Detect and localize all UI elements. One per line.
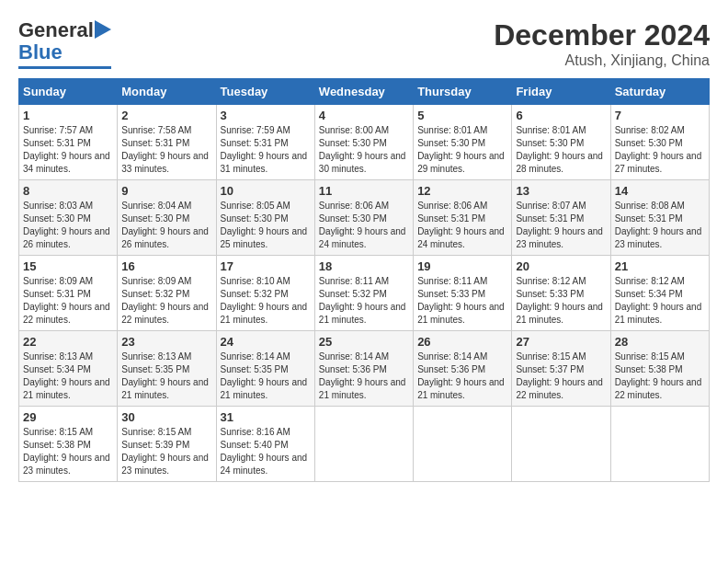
day-number: 12	[417, 184, 507, 198]
day-info: Sunrise: 8:06 AMSunset: 5:30 PMDaylight:…	[319, 200, 409, 251]
day-number: 31	[221, 410, 311, 424]
day-info: Sunrise: 8:13 AMSunset: 5:34 PMDaylight:…	[23, 350, 113, 402]
title-block: December 2024 Atush, Xinjiang, China	[494, 18, 710, 69]
day-number: 22	[23, 335, 113, 349]
day-info: Sunrise: 7:57 AMSunset: 5:31 PMDaylight:…	[23, 124, 113, 176]
day-number: 20	[516, 259, 606, 273]
calendar-cell	[512, 407, 610, 482]
day-info: Sunrise: 8:15 AMSunset: 5:38 PMDaylight:…	[615, 350, 705, 402]
day-info: Sunrise: 8:14 AMSunset: 5:36 PMDaylight:…	[417, 350, 507, 402]
day-number: 1	[23, 109, 113, 122]
day-info: Sunrise: 8:07 AMSunset: 5:31 PMDaylight:…	[516, 200, 606, 251]
calendar-cell: 23Sunrise: 8:13 AMSunset: 5:35 PMDayligh…	[118, 331, 216, 407]
day-number: 28	[615, 335, 705, 349]
day-info: Sunrise: 8:10 AMSunset: 5:32 PMDaylight:…	[221, 275, 311, 327]
calendar-table: SundayMondayTuesdayWednesdayThursdayFrid…	[18, 78, 710, 482]
calendar-cell: 11Sunrise: 8:06 AMSunset: 5:30 PMDayligh…	[314, 180, 413, 256]
calendar-cell: 26Sunrise: 8:14 AMSunset: 5:36 PMDayligh…	[414, 331, 512, 407]
calendar-cell: 2Sunrise: 7:58 AMSunset: 5:31 PMDaylight…	[118, 105, 216, 180]
day-of-week-header: Wednesday	[314, 79, 413, 105]
calendar-cell: 7Sunrise: 8:02 AMSunset: 5:30 PMDaylight…	[610, 105, 709, 180]
day-number: 16	[121, 259, 211, 273]
calendar-cell: 24Sunrise: 8:14 AMSunset: 5:35 PMDayligh…	[216, 331, 314, 407]
day-info: Sunrise: 8:08 AMSunset: 5:31 PMDaylight:…	[615, 200, 705, 251]
day-info: Sunrise: 7:58 AMSunset: 5:31 PMDaylight:…	[121, 124, 211, 176]
calendar-cell: 18Sunrise: 8:11 AMSunset: 5:32 PMDayligh…	[314, 256, 413, 331]
day-info: Sunrise: 8:12 AMSunset: 5:33 PMDaylight:…	[516, 275, 606, 327]
day-number: 3	[221, 109, 311, 122]
calendar-row: 29Sunrise: 8:15 AMSunset: 5:38 PMDayligh…	[19, 407, 710, 482]
calendar-cell: 14Sunrise: 8:08 AMSunset: 5:31 PMDayligh…	[610, 180, 709, 256]
svg-marker-0	[95, 20, 111, 39]
day-info: Sunrise: 8:13 AMSunset: 5:35 PMDaylight:…	[121, 350, 211, 402]
calendar-cell: 10Sunrise: 8:05 AMSunset: 5:30 PMDayligh…	[216, 180, 314, 256]
calendar-cell: 22Sunrise: 8:13 AMSunset: 5:34 PMDayligh…	[19, 331, 118, 407]
calendar-row: 22Sunrise: 8:13 AMSunset: 5:34 PMDayligh…	[19, 331, 710, 407]
calendar-cell: 6Sunrise: 8:01 AMSunset: 5:30 PMDaylight…	[512, 105, 610, 180]
logo-arrow-icon	[95, 20, 111, 39]
calendar-cell: 8Sunrise: 8:03 AMSunset: 5:30 PMDaylight…	[19, 180, 118, 256]
day-info: Sunrise: 8:11 AMSunset: 5:32 PMDaylight:…	[319, 275, 409, 327]
calendar-row: 1Sunrise: 7:57 AMSunset: 5:31 PMDaylight…	[19, 105, 710, 180]
day-info: Sunrise: 8:01 AMSunset: 5:30 PMDaylight:…	[417, 124, 507, 176]
day-info: Sunrise: 8:01 AMSunset: 5:30 PMDaylight:…	[516, 124, 606, 176]
day-info: Sunrise: 8:15 AMSunset: 5:37 PMDaylight:…	[516, 350, 606, 402]
calendar-cell: 12Sunrise: 8:06 AMSunset: 5:31 PMDayligh…	[414, 180, 512, 256]
calendar-cell: 20Sunrise: 8:12 AMSunset: 5:33 PMDayligh…	[512, 256, 610, 331]
day-of-week-header: Monday	[118, 79, 216, 105]
calendar-header-row: SundayMondayTuesdayWednesdayThursdayFrid…	[19, 79, 710, 105]
day-number: 24	[221, 335, 311, 349]
calendar-cell: 29Sunrise: 8:15 AMSunset: 5:38 PMDayligh…	[19, 407, 118, 482]
day-number: 26	[417, 335, 507, 349]
day-of-week-header: Friday	[512, 79, 610, 105]
calendar-cell: 13Sunrise: 8:07 AMSunset: 5:31 PMDayligh…	[512, 180, 610, 256]
day-info: Sunrise: 8:14 AMSunset: 5:35 PMDaylight:…	[221, 350, 311, 402]
day-info: Sunrise: 8:03 AMSunset: 5:30 PMDaylight:…	[23, 200, 113, 251]
day-number: 5	[417, 109, 507, 122]
calendar-subtitle: Atush, Xinjiang, China	[494, 52, 710, 69]
day-info: Sunrise: 8:15 AMSunset: 5:38 PMDaylight:…	[23, 426, 113, 477]
day-number: 21	[615, 259, 705, 273]
calendar-cell: 21Sunrise: 8:12 AMSunset: 5:34 PMDayligh…	[610, 256, 709, 331]
day-info: Sunrise: 8:12 AMSunset: 5:34 PMDaylight:…	[615, 275, 705, 327]
day-of-week-header: Sunday	[19, 79, 118, 105]
calendar-cell: 27Sunrise: 8:15 AMSunset: 5:37 PMDayligh…	[512, 331, 610, 407]
calendar-cell: 31Sunrise: 8:16 AMSunset: 5:40 PMDayligh…	[216, 407, 314, 482]
day-info: Sunrise: 8:04 AMSunset: 5:30 PMDaylight:…	[121, 200, 211, 251]
calendar-cell: 30Sunrise: 8:15 AMSunset: 5:39 PMDayligh…	[118, 407, 216, 482]
calendar-cell: 15Sunrise: 8:09 AMSunset: 5:31 PMDayligh…	[19, 256, 118, 331]
day-number: 10	[221, 184, 311, 198]
day-of-week-header: Thursday	[414, 79, 512, 105]
day-info: Sunrise: 7:59 AMSunset: 5:31 PMDaylight:…	[221, 124, 311, 176]
calendar-cell: 19Sunrise: 8:11 AMSunset: 5:33 PMDayligh…	[414, 256, 512, 331]
day-number: 2	[121, 109, 211, 122]
logo-general: General	[18, 18, 94, 42]
day-info: Sunrise: 8:09 AMSunset: 5:32 PMDaylight:…	[121, 275, 211, 327]
calendar-row: 8Sunrise: 8:03 AMSunset: 5:30 PMDaylight…	[19, 180, 710, 256]
calendar-title: December 2024	[494, 18, 710, 52]
day-info: Sunrise: 8:15 AMSunset: 5:39 PMDaylight:…	[121, 426, 211, 477]
day-info: Sunrise: 8:09 AMSunset: 5:31 PMDaylight:…	[23, 275, 113, 327]
day-number: 18	[319, 259, 409, 273]
day-number: 29	[23, 410, 113, 424]
logo-underline	[18, 66, 111, 69]
calendar-cell: 1Sunrise: 7:57 AMSunset: 5:31 PMDaylight…	[19, 105, 118, 180]
calendar-cell: 28Sunrise: 8:15 AMSunset: 5:38 PMDayligh…	[610, 331, 709, 407]
calendar-cell	[414, 407, 512, 482]
day-number: 13	[516, 184, 606, 198]
day-info: Sunrise: 8:00 AMSunset: 5:30 PMDaylight:…	[319, 124, 409, 176]
day-number: 19	[417, 259, 507, 273]
day-number: 30	[121, 410, 211, 424]
day-number: 15	[23, 259, 113, 273]
day-info: Sunrise: 8:14 AMSunset: 5:36 PMDaylight:…	[319, 350, 409, 402]
day-number: 6	[516, 109, 606, 122]
day-of-week-header: Saturday	[610, 79, 709, 105]
day-number: 14	[615, 184, 705, 198]
day-number: 8	[23, 184, 113, 198]
day-of-week-header: Tuesday	[216, 79, 314, 105]
calendar-cell: 4Sunrise: 8:00 AMSunset: 5:30 PMDaylight…	[314, 105, 413, 180]
calendar-cell: 3Sunrise: 7:59 AMSunset: 5:31 PMDaylight…	[216, 105, 314, 180]
day-number: 25	[319, 335, 409, 349]
day-info: Sunrise: 8:11 AMSunset: 5:33 PMDaylight:…	[417, 275, 507, 327]
calendar-cell: 9Sunrise: 8:04 AMSunset: 5:30 PMDaylight…	[118, 180, 216, 256]
